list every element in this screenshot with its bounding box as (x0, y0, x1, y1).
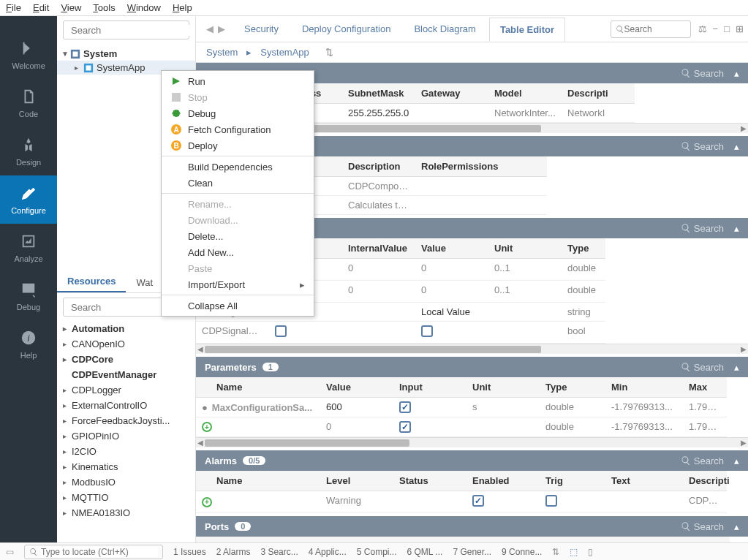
menu-debug[interactable]: Debug (162, 105, 314, 121)
cell[interactable]: 0 (342, 259, 415, 281)
col-header[interactable]: Unit (466, 377, 540, 398)
panel-icon[interactable]: ▯ (588, 547, 593, 557)
col-header[interactable]: DataConsis... (540, 537, 613, 542)
menu-window[interactable]: Window (127, 2, 161, 13)
col-header[interactable]: Unit (488, 238, 562, 259)
checkbox[interactable] (399, 401, 411, 413)
resource-list[interactable]: ▸Automation ▸CANOpenIO ▸CDPCore CDPEvent… (57, 321, 195, 542)
cell[interactable]: -1.79769313... (605, 417, 683, 437)
cell[interactable]: CDPCompon... (342, 177, 415, 196)
list-item[interactable]: ▸Kinematics (57, 459, 195, 474)
status-compi[interactable]: 5 Compi... (357, 547, 397, 557)
list-item[interactable]: ▸GPIOPinIO (57, 428, 195, 444)
section-search[interactable]: Search (681, 362, 724, 373)
section-header[interactable]: Ports 0 Search ▴ (196, 516, 748, 537)
nav-analyze[interactable]: Analyze (0, 224, 57, 272)
cell[interactable]: CDPSignal<b... (196, 322, 269, 344)
col-header[interactable]: Description (613, 537, 686, 542)
col-header[interactable]: Model (393, 537, 466, 542)
menu-collapse[interactable]: Collapse All (162, 298, 314, 314)
col-header[interactable]: RolePerm (686, 537, 730, 542)
menu-edit[interactable]: Edit (33, 2, 49, 13)
menu-help[interactable]: Help (173, 2, 192, 13)
nav-configure[interactable]: Configure (0, 175, 57, 224)
add-icon[interactable]: + (202, 422, 212, 432)
tree-search-input[interactable] (71, 25, 194, 36)
nav-design[interactable]: Design (0, 127, 57, 175)
col-header[interactable]: Connected (466, 537, 540, 542)
menu-import[interactable]: Import/Export▸ (162, 276, 314, 292)
menubar[interactable]: File Edit View Tools Window Help (0, 0, 748, 16)
col-header[interactable]: Status (393, 471, 466, 491)
expand-icon[interactable]: ⊞ (736, 23, 744, 34)
checkbox[interactable] (399, 421, 411, 433)
col-header[interactable]: Description (342, 156, 415, 177)
updown-icon[interactable]: ⇅ (325, 47, 333, 58)
status-gener[interactable]: 7 Gener... (453, 547, 491, 557)
collapse-icon[interactable]: ▴ (734, 141, 739, 152)
col-header[interactable]: Name (196, 537, 320, 542)
checkbox[interactable] (275, 325, 287, 337)
col-header[interactable]: Routing (320, 537, 393, 542)
col-header[interactable]: Name (196, 471, 320, 491)
col-header[interactable]: Trig (540, 471, 605, 491)
list-item[interactable]: ▸ForceFeedbackJoysti... (57, 413, 195, 428)
tab-table[interactable]: Table Editor (489, 18, 565, 42)
cell[interactable]: + (196, 491, 320, 513)
list-item[interactable]: ▸CDPLogger (57, 382, 195, 398)
section-search[interactable]: Search (681, 223, 724, 234)
cell[interactable] (466, 417, 540, 437)
cell[interactable] (488, 303, 562, 322)
cell[interactable]: Local Value (415, 303, 488, 322)
cell[interactable] (540, 491, 605, 513)
collapse-icon[interactable]: ▴ (734, 455, 739, 466)
col-header[interactable]: Input (393, 377, 466, 398)
list-item[interactable]: ▸MQTTIO (57, 490, 195, 505)
col-header[interactable]: Max (683, 377, 727, 398)
menu-file[interactable]: File (6, 2, 21, 13)
status-applic[interactable]: 4 Applic... (309, 547, 347, 557)
cell[interactable]: -1.79769313... (605, 398, 683, 417)
cell[interactable]: double (562, 281, 605, 303)
cell[interactable] (393, 491, 466, 513)
menu-tools[interactable]: Tools (93, 2, 115, 13)
cell[interactable]: s (466, 398, 540, 417)
col-header[interactable]: Enabled (466, 471, 540, 491)
cell[interactable]: 0 (320, 417, 393, 437)
cell[interactable] (415, 322, 488, 344)
section-search[interactable]: Search (681, 141, 724, 152)
status-conne[interactable]: 9 Conne... (502, 547, 542, 557)
menu-clean[interactable]: Clean (162, 175, 314, 191)
cell[interactable]: 0 (415, 259, 488, 281)
record-icon[interactable]: ● (202, 402, 208, 413)
status-alarms[interactable]: 2 Alarms (216, 547, 251, 557)
hscrollbar[interactable]: ◀▶ (196, 344, 748, 354)
editor-search[interactable] (611, 20, 691, 38)
section-header[interactable]: Alarms 0/5 Search ▴ (196, 450, 748, 471)
list-item[interactable]: ▸Automation (57, 321, 195, 336)
col-header[interactable]: Descripti (683, 471, 727, 491)
square-icon[interactable]: □ (724, 23, 730, 34)
locator-input[interactable] (41, 547, 158, 557)
cell[interactable]: 0..1 (488, 259, 562, 281)
col-header[interactable]: Type (562, 238, 605, 259)
checkbox[interactable] (472, 495, 484, 507)
tree-root[interactable]: ▼ System (57, 47, 195, 61)
status-issues[interactable]: 1 Issues (173, 547, 206, 557)
menu-view[interactable]: View (61, 2, 81, 13)
tab-watch[interactable]: Wat (126, 273, 163, 292)
tab-security[interactable]: Security (234, 18, 289, 40)
col-header[interactable]: Level (320, 471, 393, 491)
toggle-icon[interactable]: ⬚ (570, 547, 578, 557)
checkbox[interactable] (421, 325, 433, 337)
cell[interactable]: Calculates th... (342, 196, 415, 215)
cell[interactable]: 0..1 (488, 281, 562, 303)
tab-block[interactable]: Block Diagram (404, 18, 486, 40)
checkbox[interactable] (545, 495, 557, 507)
collapse-icon[interactable]: ▴ (734, 521, 739, 532)
filter-icon[interactable]: ⚖ (698, 23, 707, 34)
tab-resources[interactable]: Resources (57, 271, 126, 292)
list-item[interactable]: ▸CANOpenIO (57, 336, 195, 352)
toolbar-icons[interactable]: ⚖ − □ ⊞ (698, 23, 744, 34)
cell[interactable] (269, 322, 342, 344)
